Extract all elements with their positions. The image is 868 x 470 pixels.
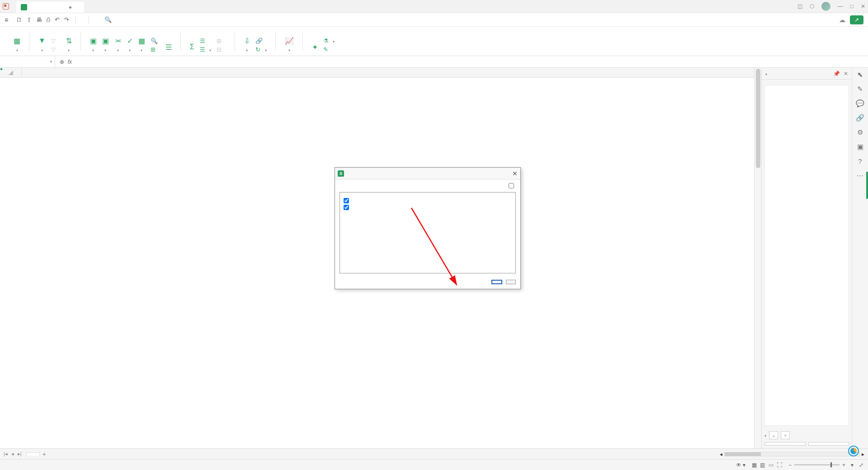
- group-button[interactable]: ☰: [200, 38, 211, 44]
- subtotal-button[interactable]: Σ: [187, 39, 197, 56]
- style-tool-icon[interactable]: ✎: [857, 85, 863, 93]
- active-indicator: [866, 172, 868, 199]
- duplicates-button[interactable]: ▣: [87, 33, 99, 56]
- redo-icon[interactable]: ↷: [64, 16, 69, 23]
- title-bar: ◫ ⬡ — □ ✕: [0, 0, 868, 13]
- sheet-nav: |◂ ◂ ▸|: [4, 451, 22, 457]
- hide-all-objects-button[interactable]: [808, 442, 849, 446]
- pane-object-list[interactable]: [764, 85, 849, 426]
- page-view-button[interactable]: ▥: [760, 462, 765, 468]
- select-all-checkbox[interactable]: [344, 198, 512, 203]
- reading-view-button[interactable]: ▭: [769, 462, 774, 468]
- validity-button[interactable]: ✓: [124, 33, 136, 56]
- data-compare-button[interactable]: ▣: [99, 33, 112, 56]
- zoom-control[interactable]: − + ▾: [788, 462, 854, 468]
- cloud-icon[interactable]: ☁: [839, 16, 845, 24]
- name-box[interactable]: [0, 56, 55, 67]
- dialog-close-button[interactable]: ✕: [512, 170, 518, 177]
- vertical-scrollbar[interactable]: [754, 68, 761, 448]
- help-tool-icon[interactable]: ?: [858, 157, 862, 165]
- fill-button[interactable]: ▦: [136, 33, 148, 56]
- text-to-columns-button[interactable]: ⫘: [112, 33, 124, 56]
- stock-button[interactable]: 📈: [282, 33, 297, 56]
- sheet-tab[interactable]: [26, 452, 40, 456]
- pane-subtitle: [762, 80, 852, 85]
- fx-icon[interactable]: fx: [68, 59, 72, 65]
- add-sheet-button[interactable]: +: [42, 451, 46, 458]
- pin-icon[interactable]: 📌: [833, 70, 840, 77]
- undo-icon[interactable]: ↶: [55, 16, 60, 23]
- zoom-out-button[interactable]: −: [788, 462, 792, 468]
- more-tools-icon[interactable]: ⋯: [857, 171, 863, 179]
- column-f-checkbox[interactable]: [344, 205, 512, 210]
- fill-handle[interactable]: [0, 68, 3, 70]
- reapply-button[interactable]: ▽: [51, 46, 61, 53]
- user-avatar[interactable]: [821, 2, 830, 11]
- search-icon[interactable]: 🔍: [104, 16, 112, 23]
- expand-button[interactable]: ⊞: [217, 38, 226, 44]
- dialog-title-bar[interactable]: S ✕: [335, 168, 520, 179]
- spreadsheet-icon: [21, 4, 27, 10]
- show-all-button[interactable]: ▽: [51, 38, 61, 44]
- maximize-button[interactable]: □: [850, 3, 854, 9]
- selection-pane: 📌 ✕ ▵ ▿: [761, 68, 852, 448]
- print-icon[interactable]: 🖶: [36, 16, 42, 23]
- remove-duplicates-button[interactable]: [491, 280, 502, 284]
- sort-button[interactable]: ⇅: [63, 33, 75, 56]
- has-header-checkbox[interactable]: [509, 183, 516, 188]
- show-all-objects-button[interactable]: [764, 442, 806, 446]
- refresh-all-button[interactable]: ↻: [255, 46, 267, 53]
- link-tool-icon[interactable]: 🔗: [856, 114, 864, 122]
- pane-title[interactable]: [765, 70, 767, 77]
- next-sheet-button[interactable]: ▸|: [18, 451, 22, 457]
- smart-analysis-button[interactable]: ✦: [309, 39, 321, 56]
- dropdown-list-button[interactable]: ☰: [163, 39, 175, 56]
- columns-listbox[interactable]: [340, 192, 516, 273]
- zoom-formula-icon[interactable]: ⊕: [60, 59, 64, 65]
- send-backward-button[interactable]: ▿: [781, 431, 790, 439]
- get-data-button[interactable]: ⇩: [241, 33, 253, 56]
- share-button[interactable]: ↗: [850, 15, 863, 24]
- bring-forward-button[interactable]: ▵: [769, 431, 778, 439]
- save-icon[interactable]: 🗋: [16, 16, 22, 23]
- eye-icon[interactable]: 👁 ▾: [736, 462, 745, 468]
- chat-tool-icon[interactable]: 💬: [856, 99, 864, 108]
- cancel-button[interactable]: [506, 280, 516, 284]
- zoom-in-button[interactable]: +: [842, 462, 845, 468]
- formula-input[interactable]: [75, 59, 863, 65]
- settings-tool-icon[interactable]: ⚙: [857, 128, 863, 136]
- stack-order-dropdown[interactable]: [764, 432, 766, 438]
- prev-sheet-button[interactable]: ◂: [11, 451, 14, 457]
- status-bar: 👁 ▾ ▦ ▥ ▭ ⛶ − + ▾ ⤢: [0, 459, 868, 470]
- hamburger-icon[interactable]: ≡: [5, 16, 8, 24]
- pivot-table-button[interactable]: ▦: [11, 33, 23, 56]
- collapse-button[interactable]: ⊟: [217, 46, 226, 53]
- print-preview-icon[interactable]: ⎙: [47, 16, 50, 23]
- close-pane-button[interactable]: ✕: [844, 70, 848, 77]
- horizontal-scrollbar[interactable]: ◂▸: [720, 451, 864, 457]
- export-icon[interactable]: ⇪: [27, 16, 32, 23]
- cube-icon[interactable]: ⬡: [810, 3, 814, 9]
- window-controls: ◫ ⬡ — □ ✕: [797, 2, 865, 11]
- simulation-button[interactable]: ⚗: [323, 38, 335, 44]
- ungroup-button[interactable]: ☰: [200, 46, 211, 53]
- layout-tool-icon[interactable]: ▣: [857, 143, 863, 151]
- window-panels-icon[interactable]: ◫: [797, 3, 802, 9]
- first-sheet-button[interactable]: |◂: [4, 451, 8, 457]
- sheet-tab-bar: |◂ ◂ ▸| + ◂▸: [0, 448, 868, 459]
- select-tool-icon[interactable]: ⬉: [857, 70, 863, 79]
- find-input-button[interactable]: 🔍: [151, 38, 160, 44]
- expand-status-button[interactable]: ⤢: [859, 462, 863, 468]
- consolidate-button[interactable]: ⊞: [151, 46, 160, 53]
- document-tab[interactable]: [16, 2, 84, 13]
- close-button[interactable]: ✕: [861, 3, 865, 9]
- minimize-button[interactable]: —: [838, 3, 843, 9]
- fullscreen-view-button[interactable]: ⛶: [777, 462, 782, 468]
- quick-access-toolbar: 🗋 ⇪ 🖶 ⎙ ↶ ↷: [16, 16, 69, 23]
- filter-button[interactable]: ▼: [36, 33, 48, 56]
- data-calibrate-button[interactable]: ✎: [323, 46, 335, 53]
- normal-view-button[interactable]: ▦: [752, 462, 757, 468]
- edit-link-button[interactable]: 🔗: [255, 38, 267, 44]
- view-mode-buttons: ▦ ▥ ▭ ⛶: [751, 462, 783, 468]
- select-all-corner[interactable]: [0, 68, 22, 77]
